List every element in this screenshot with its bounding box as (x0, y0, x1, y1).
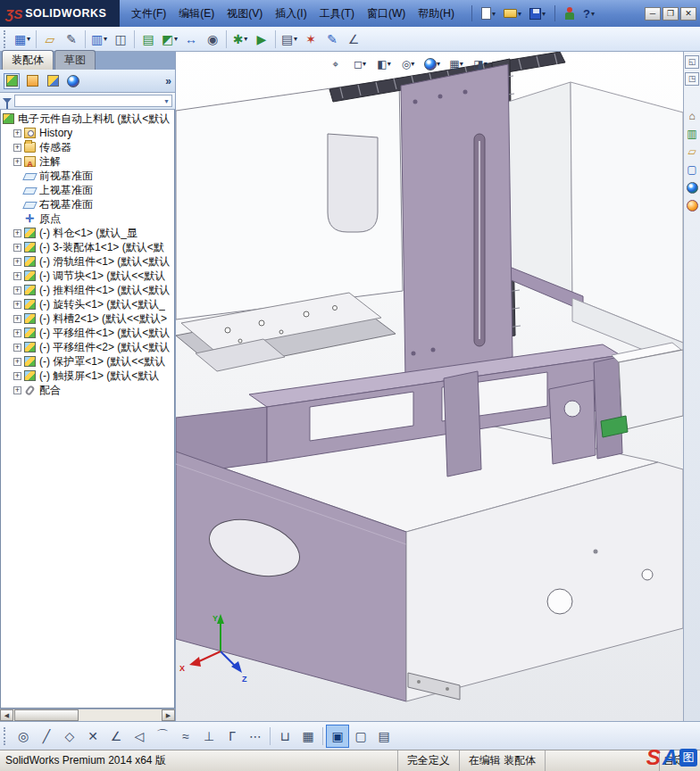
toolbar-grip[interactable] (4, 727, 8, 745)
chevron-down-icon[interactable]: ▾ (437, 60, 440, 68)
delete-button[interactable]: ✕ (81, 725, 104, 748)
chevron-down-icon[interactable]: ▾ (492, 10, 496, 18)
back-wall-part[interactable] (176, 79, 403, 319)
mate-button[interactable]: ↔ (180, 29, 202, 50)
panel-overflow-chevron[interactable]: » (165, 75, 171, 87)
chevron-down-icon[interactable]: ▾ (174, 35, 178, 43)
expand-icon[interactable]: + (13, 344, 21, 352)
tab-sketch[interactable]: 草图 (54, 50, 96, 70)
grid-button[interactable]: ▦ (296, 725, 320, 748)
menu-edit[interactable]: 编辑(E) (172, 0, 221, 27)
chevron-down-icon[interactable]: ▾ (411, 60, 414, 68)
stats-button[interactable]: ▥ (685, 127, 699, 141)
tree-item-component[interactable]: + (-) 旋转头<1> (默认<默认_ (3, 297, 174, 311)
expand-icon[interactable]: + (13, 258, 21, 266)
chevron-down-icon[interactable]: ▾ (27, 35, 30, 43)
appearances-pane-button[interactable] (685, 180, 699, 195)
expand-icon[interactable]: + (13, 301, 21, 309)
design-table-button[interactable]: ▤ (138, 29, 159, 50)
insert-component-button[interactable]: ◩▾ (159, 29, 180, 50)
tree-item-component[interactable]: + (-) 调节块<1> (默认<<默认 (3, 269, 174, 283)
show-hide-button[interactable]: ◉ (202, 29, 223, 50)
featuremanager-tree-button[interactable] (4, 73, 20, 89)
filter-input[interactable]: ▼ (14, 95, 172, 107)
arrow-button[interactable]: ◁ (128, 725, 151, 748)
exploded-view-button[interactable]: ✶ (300, 29, 321, 50)
tree-item-right-plane[interactable]: 右视基准面 (3, 197, 174, 211)
expand-icon[interactable]: + (13, 372, 21, 380)
chevron-down-icon[interactable]: ▼ (163, 98, 170, 104)
sketch-button[interactable]: ✎ (321, 29, 343, 50)
home-button[interactable]: ⌂ (685, 109, 699, 123)
menu-file[interactable]: 文件(F) (125, 0, 172, 27)
custom-properties-button[interactable] (685, 198, 699, 212)
configurationmanager-button[interactable] (45, 73, 61, 89)
close-button[interactable]: ✕ (680, 7, 696, 21)
two-view-button[interactable]: ▢ (349, 725, 372, 748)
columns-button[interactable]: ▥▾ (88, 29, 110, 50)
rectangle-button[interactable]: ◇ (58, 725, 81, 748)
menu-window[interactable]: 窗口(W) (361, 0, 412, 27)
bom-button[interactable]: ▤▾ (279, 29, 300, 50)
tree-item-top-plane[interactable]: 上视基准面 (3, 183, 174, 197)
collapse-panel-button[interactable]: ◱ (685, 55, 699, 69)
line-button[interactable]: ╱ (35, 725, 58, 748)
tree-item-sensors[interactable]: + 传感器 (3, 140, 174, 154)
expand-icon[interactable]: + (13, 358, 21, 366)
help-button[interactable]: ?▾ (580, 4, 597, 23)
tower-part[interactable] (401, 64, 512, 378)
menu-help[interactable]: 帮助(H) (412, 0, 461, 27)
tree-item-component[interactable]: + (-) 平移组件<1> (默认<默认 (3, 326, 174, 340)
save-button[interactable]: ▾ (527, 5, 548, 22)
measure-button[interactable]: ∠ (343, 29, 364, 50)
chevron-down-icon[interactable]: ▾ (388, 60, 391, 68)
design-library-button[interactable]: ▱ (685, 145, 699, 159)
tree-item-component[interactable]: + (-) 3-装配体1<1> (默认<默 (3, 240, 174, 254)
chevron-down-icon[interactable]: ▾ (362, 60, 366, 68)
tree-item-component[interactable]: + (-) 料槽2<1> (默认<<默认> (3, 311, 174, 326)
chevron-down-icon[interactable]: ▾ (591, 10, 595, 18)
tree-item-history[interactable]: + History (3, 126, 174, 140)
slot-button[interactable]: ⊔ (273, 725, 296, 748)
assembly-features-button[interactable]: ✱▾ (229, 29, 251, 50)
arc-button[interactable]: ⌒ (151, 725, 174, 748)
tab-assembly[interactable]: 装配体 (2, 50, 54, 70)
propertymanager-button[interactable] (24, 73, 40, 89)
expand-icon[interactable]: + (13, 244, 21, 252)
menu-tools[interactable]: 工具(T) (313, 0, 361, 27)
expand-icon[interactable]: + (13, 129, 21, 137)
tree-item-component[interactable]: + (-) 料仓<1> (默认_显 (3, 226, 174, 240)
display-style-button[interactable]: ◧▾ (374, 55, 394, 72)
apply-scene-button[interactable]: ▦▾ (446, 55, 466, 72)
chevron-down-icon[interactable]: ▾ (104, 35, 107, 43)
smart-dimension-button[interactable]: ◎ (12, 725, 35, 748)
corner-button[interactable]: Γ (221, 725, 244, 748)
maximize-button[interactable]: ❐ (662, 7, 679, 21)
restore-panel-button[interactable]: ◳ (685, 72, 699, 86)
tree-horizontal-scrollbar[interactable]: ◀ ▶ (0, 709, 175, 721)
support-post-part[interactable] (444, 371, 481, 477)
motion-study-button[interactable]: ▶ (251, 29, 272, 50)
scroll-right-arrow[interactable]: ▶ (162, 709, 175, 721)
minimize-button[interactable]: ─ (645, 7, 661, 21)
edit-appearance-button[interactable]: ▾ (422, 55, 442, 72)
single-view-button[interactable]: ▣ (326, 725, 349, 748)
options-button[interactable] (562, 4, 578, 22)
tree-item-origin[interactable]: ✛ 原点 (3, 211, 174, 226)
chevron-down-icon[interactable]: ▾ (542, 10, 546, 18)
chevron-down-icon[interactable]: ▾ (460, 60, 463, 68)
open-folder-button[interactable]: ▱ (39, 29, 61, 50)
chevron-down-icon[interactable]: ▾ (244, 35, 247, 43)
tree-root[interactable]: 电子元件自动上料机 (默认<默认 (3, 112, 174, 126)
expand-icon[interactable]: + (13, 286, 21, 294)
new-document-button[interactable]: ▾ (479, 4, 498, 22)
edit-component-button[interactable]: ✎ (61, 29, 82, 50)
hide-show-items-button[interactable]: ◎▾ (398, 55, 418, 72)
tree-item-component[interactable]: + (-) 平移组件<2> (默认<默认 (3, 340, 174, 354)
tree-item-component[interactable]: + (-) 触摸屏<1> (默认<默认 (3, 369, 174, 383)
four-view-button[interactable]: ▤ (372, 725, 396, 748)
appearances-button[interactable] (65, 73, 81, 89)
tree-item-component[interactable]: + (-) 滑轨组件<1> (默认<默认 (3, 254, 174, 269)
expand-icon[interactable]: + (13, 386, 21, 394)
tree-item-annotations[interactable]: + A 注解 (3, 154, 174, 169)
